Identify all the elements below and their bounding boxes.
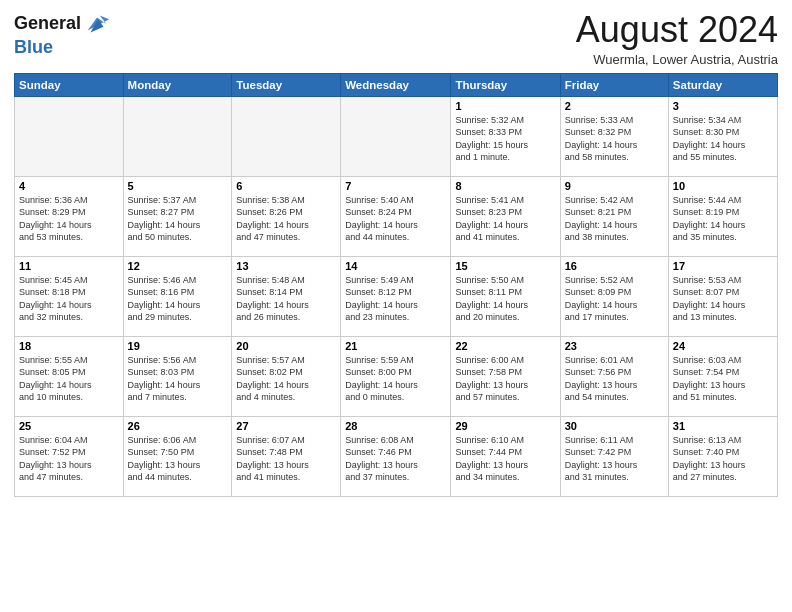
calendar-cell: 7Sunrise: 5:40 AMSunset: 8:24 PMDaylight…: [341, 176, 451, 256]
page: General Blue August 2024 Wuermla, Lower …: [0, 0, 792, 612]
day-info: Sunrise: 5:52 AMSunset: 8:09 PMDaylight:…: [565, 274, 664, 324]
day-number: 19: [128, 340, 228, 352]
calendar: Sunday Monday Tuesday Wednesday Thursday…: [14, 73, 778, 497]
day-number: 14: [345, 260, 446, 272]
calendar-cell: 1Sunrise: 5:32 AMSunset: 8:33 PMDaylight…: [451, 96, 560, 176]
day-info: Sunrise: 5:40 AMSunset: 8:24 PMDaylight:…: [345, 194, 446, 244]
day-info: Sunrise: 6:01 AMSunset: 7:56 PMDaylight:…: [565, 354, 664, 404]
calendar-cell: 22Sunrise: 6:00 AMSunset: 7:58 PMDayligh…: [451, 336, 560, 416]
day-number: 17: [673, 260, 773, 272]
day-info: Sunrise: 5:57 AMSunset: 8:02 PMDaylight:…: [236, 354, 336, 404]
day-info: Sunrise: 5:55 AMSunset: 8:05 PMDaylight:…: [19, 354, 119, 404]
logo-bird-icon: [83, 10, 111, 38]
header-sunday: Sunday: [15, 73, 124, 96]
calendar-cell: 11Sunrise: 5:45 AMSunset: 8:18 PMDayligh…: [15, 256, 124, 336]
calendar-cell: [341, 96, 451, 176]
day-number: 30: [565, 420, 664, 432]
day-number: 15: [455, 260, 555, 272]
day-info: Sunrise: 5:59 AMSunset: 8:00 PMDaylight:…: [345, 354, 446, 404]
day-info: Sunrise: 5:42 AMSunset: 8:21 PMDaylight:…: [565, 194, 664, 244]
header-tuesday: Tuesday: [232, 73, 341, 96]
calendar-cell: 25Sunrise: 6:04 AMSunset: 7:52 PMDayligh…: [15, 416, 124, 496]
calendar-cell: 3Sunrise: 5:34 AMSunset: 8:30 PMDaylight…: [668, 96, 777, 176]
logo-text: General: [14, 14, 81, 34]
calendar-cell: 14Sunrise: 5:49 AMSunset: 8:12 PMDayligh…: [341, 256, 451, 336]
calendar-cell: 30Sunrise: 6:11 AMSunset: 7:42 PMDayligh…: [560, 416, 668, 496]
logo: General Blue: [14, 10, 111, 58]
day-number: 28: [345, 420, 446, 432]
header-friday: Friday: [560, 73, 668, 96]
day-info: Sunrise: 5:50 AMSunset: 8:11 PMDaylight:…: [455, 274, 555, 324]
calendar-cell: [232, 96, 341, 176]
calendar-cell: 17Sunrise: 5:53 AMSunset: 8:07 PMDayligh…: [668, 256, 777, 336]
calendar-cell: 20Sunrise: 5:57 AMSunset: 8:02 PMDayligh…: [232, 336, 341, 416]
week-row-3: 11Sunrise: 5:45 AMSunset: 8:18 PMDayligh…: [15, 256, 778, 336]
week-row-4: 18Sunrise: 5:55 AMSunset: 8:05 PMDayligh…: [15, 336, 778, 416]
header-thursday: Thursday: [451, 73, 560, 96]
calendar-cell: 15Sunrise: 5:50 AMSunset: 8:11 PMDayligh…: [451, 256, 560, 336]
day-number: 21: [345, 340, 446, 352]
calendar-cell: 19Sunrise: 5:56 AMSunset: 8:03 PMDayligh…: [123, 336, 232, 416]
day-number: 20: [236, 340, 336, 352]
week-row-5: 25Sunrise: 6:04 AMSunset: 7:52 PMDayligh…: [15, 416, 778, 496]
day-number: 29: [455, 420, 555, 432]
day-number: 8: [455, 180, 555, 192]
calendar-cell: 29Sunrise: 6:10 AMSunset: 7:44 PMDayligh…: [451, 416, 560, 496]
day-info: Sunrise: 6:07 AMSunset: 7:48 PMDaylight:…: [236, 434, 336, 484]
calendar-cell: 9Sunrise: 5:42 AMSunset: 8:21 PMDaylight…: [560, 176, 668, 256]
day-number: 27: [236, 420, 336, 432]
day-info: Sunrise: 5:34 AMSunset: 8:30 PMDaylight:…: [673, 114, 773, 164]
day-info: Sunrise: 6:04 AMSunset: 7:52 PMDaylight:…: [19, 434, 119, 484]
calendar-cell: [123, 96, 232, 176]
logo-blue-text: Blue: [14, 37, 53, 57]
day-number: 13: [236, 260, 336, 272]
day-info: Sunrise: 5:33 AMSunset: 8:32 PMDaylight:…: [565, 114, 664, 164]
calendar-cell: 8Sunrise: 5:41 AMSunset: 8:23 PMDaylight…: [451, 176, 560, 256]
day-info: Sunrise: 5:45 AMSunset: 8:18 PMDaylight:…: [19, 274, 119, 324]
header-monday: Monday: [123, 73, 232, 96]
calendar-cell: 27Sunrise: 6:07 AMSunset: 7:48 PMDayligh…: [232, 416, 341, 496]
day-info: Sunrise: 5:56 AMSunset: 8:03 PMDaylight:…: [128, 354, 228, 404]
day-number: 18: [19, 340, 119, 352]
day-info: Sunrise: 6:13 AMSunset: 7:40 PMDaylight:…: [673, 434, 773, 484]
day-number: 24: [673, 340, 773, 352]
day-number: 7: [345, 180, 446, 192]
day-info: Sunrise: 6:06 AMSunset: 7:50 PMDaylight:…: [128, 434, 228, 484]
calendar-cell: 12Sunrise: 5:46 AMSunset: 8:16 PMDayligh…: [123, 256, 232, 336]
day-info: Sunrise: 5:48 AMSunset: 8:14 PMDaylight:…: [236, 274, 336, 324]
calendar-cell: 26Sunrise: 6:06 AMSunset: 7:50 PMDayligh…: [123, 416, 232, 496]
location: Wuermla, Lower Austria, Austria: [576, 52, 778, 67]
calendar-cell: 24Sunrise: 6:03 AMSunset: 7:54 PMDayligh…: [668, 336, 777, 416]
header: General Blue August 2024 Wuermla, Lower …: [14, 10, 778, 67]
day-number: 10: [673, 180, 773, 192]
day-info: Sunrise: 5:44 AMSunset: 8:19 PMDaylight:…: [673, 194, 773, 244]
weekday-header-row: Sunday Monday Tuesday Wednesday Thursday…: [15, 73, 778, 96]
day-info: Sunrise: 6:03 AMSunset: 7:54 PMDaylight:…: [673, 354, 773, 404]
day-number: 25: [19, 420, 119, 432]
calendar-cell: [15, 96, 124, 176]
day-number: 26: [128, 420, 228, 432]
day-info: Sunrise: 5:36 AMSunset: 8:29 PMDaylight:…: [19, 194, 119, 244]
day-info: Sunrise: 6:10 AMSunset: 7:44 PMDaylight:…: [455, 434, 555, 484]
day-number: 23: [565, 340, 664, 352]
day-info: Sunrise: 5:46 AMSunset: 8:16 PMDaylight:…: [128, 274, 228, 324]
week-row-1: 1Sunrise: 5:32 AMSunset: 8:33 PMDaylight…: [15, 96, 778, 176]
day-number: 3: [673, 100, 773, 112]
week-row-2: 4Sunrise: 5:36 AMSunset: 8:29 PMDaylight…: [15, 176, 778, 256]
day-number: 4: [19, 180, 119, 192]
calendar-cell: 6Sunrise: 5:38 AMSunset: 8:26 PMDaylight…: [232, 176, 341, 256]
day-info: Sunrise: 5:37 AMSunset: 8:27 PMDaylight:…: [128, 194, 228, 244]
calendar-cell: 21Sunrise: 5:59 AMSunset: 8:00 PMDayligh…: [341, 336, 451, 416]
calendar-cell: 2Sunrise: 5:33 AMSunset: 8:32 PMDaylight…: [560, 96, 668, 176]
day-info: Sunrise: 6:08 AMSunset: 7:46 PMDaylight:…: [345, 434, 446, 484]
day-number: 31: [673, 420, 773, 432]
day-number: 16: [565, 260, 664, 272]
day-info: Sunrise: 6:11 AMSunset: 7:42 PMDaylight:…: [565, 434, 664, 484]
day-number: 6: [236, 180, 336, 192]
header-wednesday: Wednesday: [341, 73, 451, 96]
day-number: 1: [455, 100, 555, 112]
calendar-cell: 31Sunrise: 6:13 AMSunset: 7:40 PMDayligh…: [668, 416, 777, 496]
month-title: August 2024: [576, 10, 778, 50]
day-number: 2: [565, 100, 664, 112]
calendar-cell: 13Sunrise: 5:48 AMSunset: 8:14 PMDayligh…: [232, 256, 341, 336]
